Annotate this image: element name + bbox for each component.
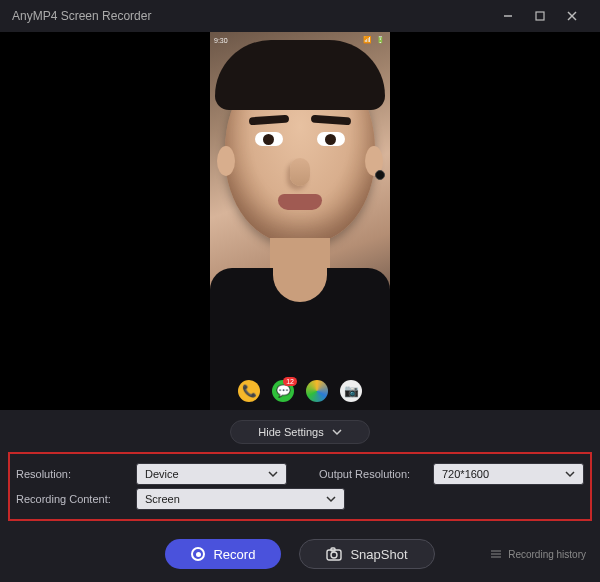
svg-rect-1	[536, 12, 544, 20]
svg-point-5	[331, 552, 337, 558]
selfie-face	[225, 54, 375, 244]
maximize-button[interactable]	[524, 0, 556, 32]
app-title: AnyMP4 Screen Recorder	[12, 9, 492, 23]
snapshot-button[interactable]: SnapShot	[299, 539, 434, 569]
action-bar: Record SnapShot Recording history	[0, 537, 600, 571]
phone-time: 9:30	[214, 37, 228, 44]
chevron-down-icon	[565, 469, 575, 479]
output-resolution-value: 720*1600	[442, 468, 565, 480]
recording-content-value: Screen	[145, 493, 326, 505]
hide-settings-label: Hide Settings	[258, 426, 323, 438]
snapshot-label: SnapShot	[350, 547, 407, 562]
messages-badge: 12	[283, 377, 297, 386]
title-bar: AnyMP4 Screen Recorder	[0, 0, 600, 32]
browser-app-icon	[306, 380, 328, 402]
record-icon	[191, 547, 205, 561]
close-button[interactable]	[556, 0, 588, 32]
phone-dock: 📞 💬12 📷	[210, 380, 390, 402]
chevron-down-icon	[326, 494, 336, 504]
resolution-label: Resolution:	[16, 468, 128, 480]
messages-app-icon: 💬12	[272, 380, 294, 402]
output-resolution-label: Output Resolution:	[319, 468, 425, 480]
recording-history-button[interactable]: Recording history	[490, 549, 586, 560]
output-resolution-dropdown[interactable]: 720*1600	[433, 463, 584, 485]
camera-icon	[326, 547, 342, 561]
phone-app-icon: 📞	[238, 380, 260, 402]
recording-content-label: Recording Content:	[16, 493, 128, 505]
phone-status-icons: 📶 🔋	[363, 36, 386, 44]
phone-mirror-preview: 9:30 📶 🔋 📞 💬12 📷	[210, 32, 390, 410]
preview-area: 9:30 📶 🔋 📞 💬12 📷	[0, 32, 600, 410]
recording-content-dropdown[interactable]: Screen	[136, 488, 345, 510]
hide-settings-button[interactable]: Hide Settings	[230, 420, 370, 444]
record-label: Record	[213, 547, 255, 562]
camera-app-icon: 📷	[340, 380, 362, 402]
chevron-down-icon	[332, 427, 342, 437]
list-icon	[490, 549, 502, 559]
resolution-value: Device	[145, 468, 268, 480]
minimize-button[interactable]	[492, 0, 524, 32]
resolution-dropdown[interactable]: Device	[136, 463, 287, 485]
chevron-down-icon	[268, 469, 278, 479]
recording-history-label: Recording history	[508, 549, 586, 560]
record-button[interactable]: Record	[165, 539, 281, 569]
settings-panel: Resolution: Device Output Resolution: 72…	[8, 452, 592, 521]
